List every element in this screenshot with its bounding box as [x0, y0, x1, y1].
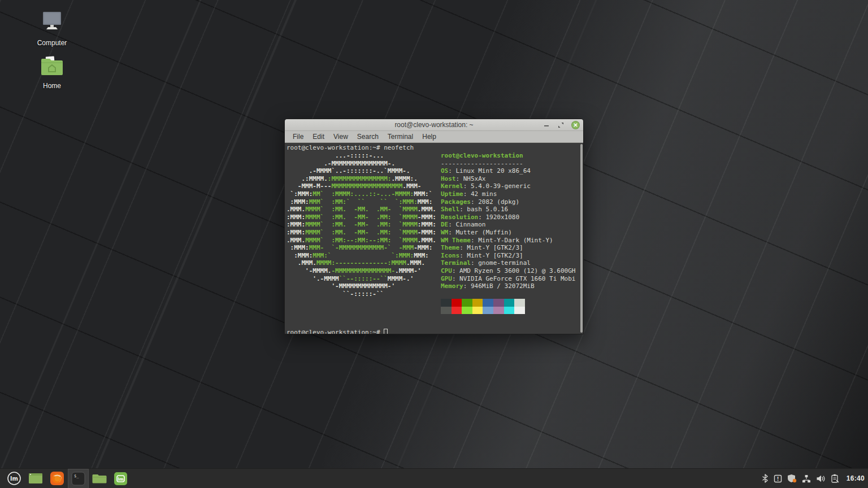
window-controls: ✕ — [542, 119, 580, 131]
neofetch-info-line: Shell: bash 5.0.16 — [441, 206, 575, 213]
firefox-launcher[interactable] — [46, 469, 68, 488]
volume-icon[interactable] — [816, 474, 826, 483]
scrollbar[interactable] — [579, 143, 583, 334]
terminal-window[interactable]: root@clevo-workstation: ~ ✕ FileEditView… — [284, 119, 584, 334]
palette-swatch — [462, 307, 472, 315]
menubar: FileEditViewSearchTerminalHelp — [285, 131, 583, 143]
ascii-art-line: .MMM.MMMM:--------------:MMMM.MMM. — [287, 259, 436, 267]
ascii-art-line: :MMM:MMM- `-MMMMMMMMMMMM-` -MMM-MMM: — [287, 244, 436, 252]
home-folder-icon — [39, 72, 65, 80]
neofetch-info-line: Icons: Mint-Y [GTK2/3] — [441, 252, 575, 260]
neofetch-info-line: Memory: 946MiB / 32072MiB — [441, 282, 575, 290]
neofetch-info-line: Theme: Mint-Y [GTK2/3] — [441, 244, 575, 252]
terminal-body[interactable]: root@clevo-workstation:~# neofetch ...-:… — [285, 143, 583, 334]
palette-swatch — [452, 307, 462, 315]
desktop-icon-label: Computer — [28, 39, 76, 47]
palette-swatch — [472, 299, 483, 307]
palette-swatch — [514, 299, 525, 307]
neofetch-info-line: Kernel: 5.4.0-39-generic — [441, 182, 575, 190]
neofetch-info-line: WM: Mutter (Muffin) — [441, 229, 575, 237]
system-tray: ! — [762, 469, 865, 488]
neofetch-host-title: root@clevo-workstation — [441, 152, 575, 160]
palette-swatch — [472, 307, 483, 315]
menu-item-file[interactable]: File — [288, 132, 308, 141]
ascii-art-line: '-MMMMMMMMMMMMM-' — [287, 282, 436, 290]
ascii-art-line: :MMM:MMMM` :MM. -MM- .MM: `MMMM-MMM: — [287, 213, 436, 221]
palette-swatch — [514, 307, 525, 315]
bluetooth-icon[interactable] — [762, 474, 769, 483]
menu-item-help[interactable]: Help — [418, 132, 441, 141]
terminal-command-line: root@clevo-workstation:~# neofetch — [287, 144, 414, 152]
network-icon[interactable] — [802, 474, 811, 483]
palette-swatch — [483, 307, 493, 315]
desktop-icon-label: Home — [28, 82, 76, 90]
palette-swatch — [441, 307, 452, 315]
terminal-prompt: root@clevo-workstation:~# — [287, 329, 384, 334]
show-desktop-button[interactable] — [25, 469, 46, 488]
files-launcher[interactable] — [89, 469, 110, 488]
neofetch-underline: ---------------------- — [441, 160, 575, 168]
ascii-art-line: .-MMMMMMMMMMMMMMM-. — [287, 160, 436, 168]
neofetch-info-line: DE: Cinnamon — [441, 221, 575, 229]
desktop: Computer Home root@clevo-workstation: ~ — [0, 0, 868, 488]
desktop-icon-computer[interactable]: Computer — [28, 10, 76, 47]
neofetch-info-line: Packages: 2082 (dpkg) — [441, 198, 575, 206]
minimize-button[interactable] — [542, 121, 550, 129]
neofetch-info-line: Host: NH5xAx — [441, 175, 575, 183]
ascii-art-line: :MMM:MMMM` :MM. -MM- .MM: `MMMM-MMM: — [287, 229, 436, 237]
palette-swatch — [483, 299, 493, 307]
restore-button[interactable] — [557, 121, 565, 129]
computer-icon — [39, 29, 65, 37]
menu-item-terminal[interactable]: Terminal — [383, 132, 418, 141]
palette-swatch — [462, 299, 472, 307]
neofetch-info-line: WM Theme: Mint-Y-Dark (Mint-Y) — [441, 237, 575, 245]
terminal-window-list-button[interactable]: $_ — [68, 469, 89, 488]
ascii-art-line: ``-:::::-`` — [287, 290, 436, 298]
menu-item-view[interactable]: View — [329, 132, 353, 141]
palette-swatch — [504, 307, 515, 315]
ascii-art-line: ...-:::::-... — [287, 152, 436, 160]
ascii-art-line: '.-MMMM``--:::::--``MMMM-.' — [287, 275, 436, 283]
neofetch-info-line: GPU: NVIDIA GeForce GTX 1660 Ti Mobi — [441, 275, 575, 283]
terminal-prompt-line: root@clevo-workstation:~# — [287, 329, 388, 334]
ascii-art-line: .MMM.MMMM` :MM:--:MM:--:MM: `MMMM.MMM. — [287, 237, 436, 245]
ascii-art-line: .:MMMM.:MMMMMMMMMMMMMMM:.MMMM:. — [287, 175, 436, 183]
palette-swatch — [493, 307, 504, 315]
ascii-art-line: .-MMMM`..-:::::::-..`MMMM-. — [287, 167, 436, 175]
palette-swatch — [504, 299, 515, 307]
updates-icon[interactable]: ! — [774, 474, 782, 483]
software-manager-launcher[interactable]: lm — [110, 469, 131, 488]
reports-clipboard-icon[interactable] — [831, 474, 839, 483]
neofetch-info-line: Uptime: 42 mins — [441, 190, 575, 198]
ascii-art-line: :MMM:MMMM` :MM. -MM- .MM: `MMMM:MMM: — [287, 221, 436, 229]
ascii-art-line: :MMM:MMM:` `:MMM:MMM: — [287, 252, 436, 260]
neofetch-info-line: CPU: AMD Ryzen 5 3600 (12) @ 3.600GH — [441, 267, 575, 275]
palette-swatch — [493, 299, 504, 307]
ascii-art-line: '-MMMM.-MMMMMMMMMMMMMMM-.MMMM-' — [287, 267, 436, 275]
svg-text:lm: lm — [118, 477, 124, 482]
window-title: root@clevo-workstation: ~ — [285, 121, 583, 129]
desktop-icon-home[interactable]: Home — [28, 55, 76, 90]
ascii-art-line: -MMM-M---MMMMMMMMMMMMMMMMMMM.MMM- — [287, 182, 436, 190]
neofetch-info-line: Terminal: gnome-terminal — [441, 259, 575, 267]
mint-menu-button[interactable]: lm — [3, 469, 25, 488]
menu-item-edit[interactable]: Edit — [308, 132, 329, 141]
ascii-art-line: :MMM:MMM` :MM:` `` `` `:MMM:MMM: — [287, 198, 436, 206]
taskbar: lm $_ — [0, 468, 868, 488]
palette-swatch — [441, 299, 452, 307]
svg-text:lm: lm — [10, 476, 18, 482]
close-button[interactable]: ✕ — [571, 121, 580, 129]
taskbar-launchers: lm $_ — [3, 469, 131, 488]
firewall-shield-icon[interactable] — [787, 474, 797, 483]
terminal-color-palette — [441, 299, 525, 314]
scrollbar-thumb[interactable] — [580, 144, 583, 333]
neofetch-info-line: OS: Linux Mint 20 x86_64 — [441, 167, 575, 175]
titlebar[interactable]: root@clevo-workstation: ~ ✕ — [285, 119, 583, 131]
neofetch-ascii-art: ...-:::::-... .-MMMMMMMMMMMMMMM-. .-MMMM… — [287, 152, 436, 298]
neofetch-info: root@clevo-workstation------------------… — [441, 152, 575, 290]
palette-swatch — [452, 299, 462, 307]
clock[interactable]: 16:40 — [847, 474, 865, 482]
svg-text:$_: $_ — [74, 474, 79, 478]
menu-item-search[interactable]: Search — [353, 132, 383, 141]
neofetch-info-line: Resolution: 1920x1080 — [441, 213, 575, 221]
